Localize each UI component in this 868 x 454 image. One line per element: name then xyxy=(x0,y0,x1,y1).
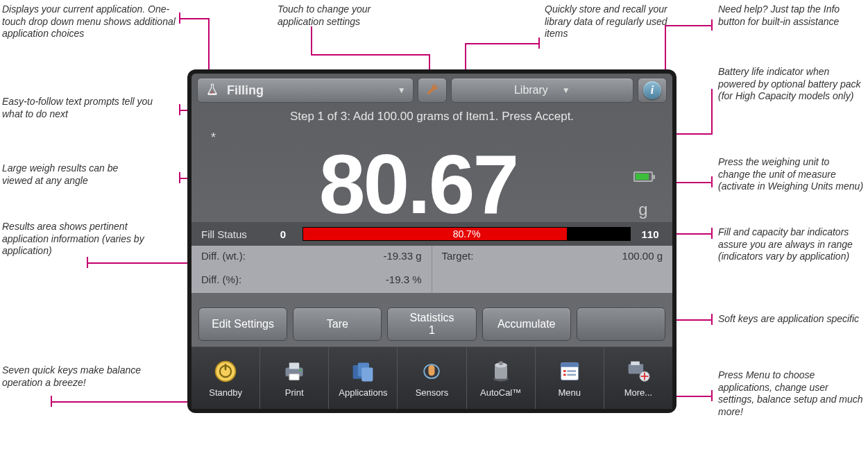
diff-pct-value: -19.3 % xyxy=(386,274,422,289)
menu-label: Menu xyxy=(559,387,581,398)
application-dropdown[interactable]: Filling ▼ xyxy=(197,78,414,103)
fill-percent: 80.7% xyxy=(303,228,630,239)
svg-rect-11 xyxy=(362,368,373,382)
info-button[interactable]: i xyxy=(638,78,667,103)
wrench-icon xyxy=(425,83,439,98)
svg-rect-6 xyxy=(289,362,299,369)
callout-battery: Battery life indicator when powered by o… xyxy=(718,66,864,103)
print-label: Print xyxy=(285,387,304,398)
svg-rect-4 xyxy=(225,364,227,370)
sensors-button[interactable]: Sensors xyxy=(398,347,466,409)
statistics-button[interactable]: Statistics 1 xyxy=(387,308,476,341)
svg-rect-15 xyxy=(499,362,502,365)
unit-button[interactable]: g xyxy=(638,200,647,219)
autocal-label: AutoCal™ xyxy=(480,387,521,398)
callout-settings: Touch to change your application setting… xyxy=(278,3,402,28)
softkey-blank[interactable] xyxy=(577,308,665,341)
svg-rect-20 xyxy=(563,374,566,376)
callout-info: Need help? Just tap the Info button for … xyxy=(718,3,864,28)
fill-status-label: Fill Status xyxy=(201,228,264,240)
battery-icon xyxy=(633,171,653,182)
target-label: Target: xyxy=(442,250,474,265)
callout-app-dropdown: Displays your current application. One-t… xyxy=(2,3,176,40)
weight-display-row: * 80.67 g xyxy=(192,125,672,222)
svg-rect-23 xyxy=(631,362,640,365)
svg-rect-21 xyxy=(567,374,576,376)
quick-keys-bar: Standby Print Applications Sensors xyxy=(192,346,672,409)
callout-results: Results area shows pertinent application… xyxy=(2,221,148,258)
results-area: Diff. (wt.): -19.33 g Target: 100.00 g D… xyxy=(192,246,672,293)
tare-button[interactable]: Tare xyxy=(293,308,382,341)
diff-pct-label: Diff. (%): xyxy=(201,274,241,289)
sensors-label: Sensors xyxy=(416,387,449,398)
svg-rect-18 xyxy=(563,370,566,372)
stability-asterisk: * xyxy=(211,131,216,145)
applications-button[interactable]: Applications xyxy=(329,347,398,409)
applications-icon xyxy=(350,358,376,385)
more-button[interactable]: More... xyxy=(604,347,672,409)
fill-bar: 80.7% xyxy=(303,227,631,241)
settings-button[interactable] xyxy=(418,78,447,103)
library-label: Library xyxy=(514,84,548,96)
print-button[interactable]: Print xyxy=(260,347,329,409)
screen: Filling ▼ Library ▼ i Step 1 of 3: Add 1… xyxy=(192,74,672,409)
menu-button[interactable]: Menu xyxy=(536,347,604,409)
diff-wt-label: Diff. (wt.): xyxy=(201,250,246,265)
chevron-down-icon: ▼ xyxy=(398,85,406,95)
svg-point-1 xyxy=(210,93,211,94)
svg-rect-17 xyxy=(561,362,578,367)
callout-library: Quickly store and recall your library da… xyxy=(545,3,690,40)
standby-label: Standby xyxy=(209,387,242,398)
accumulate-button[interactable]: Accumulate xyxy=(482,308,571,341)
fill-min: 0 xyxy=(271,228,296,240)
more-label: More... xyxy=(624,387,652,398)
target-value: 100.00 g xyxy=(622,250,663,265)
weight-value: 80.67 xyxy=(207,149,629,219)
svg-point-8 xyxy=(300,369,302,371)
applications-label: Applications xyxy=(339,387,387,398)
sensors-icon xyxy=(418,358,445,385)
flask-icon xyxy=(205,83,220,98)
library-dropdown[interactable]: Library ▼ xyxy=(451,78,633,103)
callout-menu: Press Menu to choose applications, chang… xyxy=(718,369,864,418)
edit-settings-button[interactable]: Edit Settings xyxy=(198,308,287,341)
diff-wt-value: -19.33 g xyxy=(383,250,421,265)
info-icon: i xyxy=(643,81,661,99)
softkey-row: Edit Settings Tare Statistics 1 Accumula… xyxy=(192,302,672,346)
top-tab-bar: Filling ▼ Library ▼ i xyxy=(192,74,672,106)
menu-icon xyxy=(556,358,583,385)
callout-unit: Press the weighing unit to change the un… xyxy=(718,156,864,193)
callout-prompt: Easy-to-follow text prompts tell you wha… xyxy=(2,96,162,120)
callout-quickkeys: Seven quick keys make balance operation … xyxy=(2,364,148,389)
svg-rect-7 xyxy=(289,374,299,380)
prompt-text: Step 1 of 3: Add 100.00 grams of Item1. … xyxy=(192,106,672,125)
device-frame: Filling ▼ Library ▼ i Step 1 of 3: Add 1… xyxy=(187,69,676,413)
svg-rect-19 xyxy=(567,370,576,372)
more-icon xyxy=(625,358,652,385)
fill-max: 110 xyxy=(638,228,663,240)
application-name: Filling xyxy=(227,83,264,98)
autocal-button[interactable]: AutoCal™ xyxy=(467,347,536,409)
standby-button[interactable]: Standby xyxy=(192,347,260,409)
autocal-icon xyxy=(488,358,514,385)
chevron-down-icon: ▼ xyxy=(562,85,570,95)
printer-icon xyxy=(281,358,307,385)
svg-point-0 xyxy=(212,92,213,93)
svg-rect-22 xyxy=(629,364,644,373)
callout-softkeys: Soft keys are application specific xyxy=(718,313,864,326)
standby-icon xyxy=(212,358,239,385)
callout-weight: Large weigh results can be viewed at any… xyxy=(2,162,148,187)
callout-fillbar: Fill and capacity bar indicators assure … xyxy=(718,226,864,263)
